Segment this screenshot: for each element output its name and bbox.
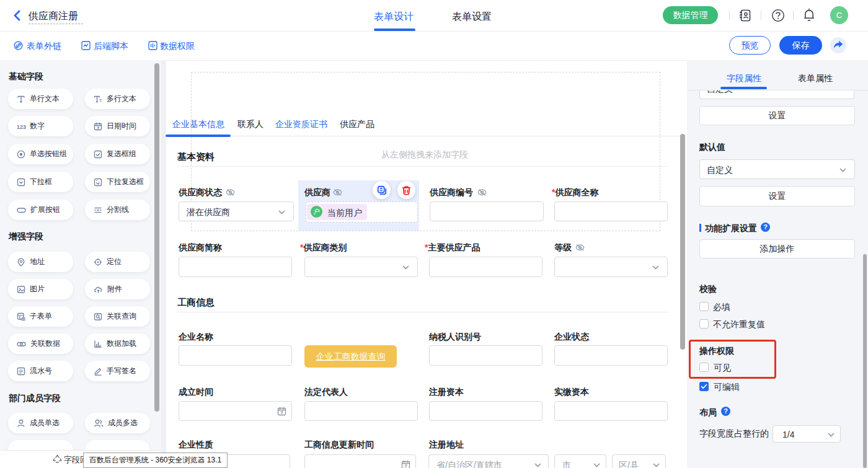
svg-text:123: 123: [17, 124, 26, 130]
